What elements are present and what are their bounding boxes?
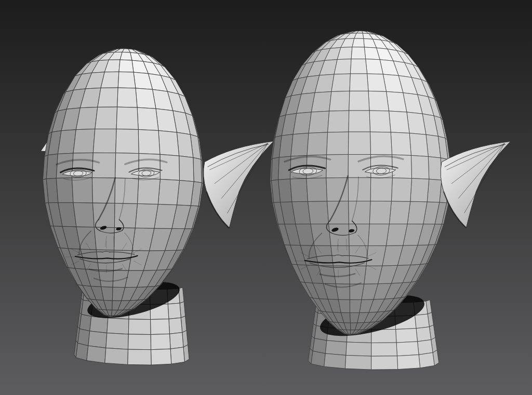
mesh-face <box>116 107 138 129</box>
mesh-face <box>308 201 329 224</box>
mesh-face <box>170 347 184 364</box>
mesh-face <box>115 178 139 204</box>
model-head-left[interactable] <box>41 49 273 365</box>
mesh-face <box>368 224 390 246</box>
mesh-face <box>73 202 94 227</box>
mesh-face <box>416 327 431 342</box>
mesh-face <box>92 153 115 178</box>
mesh-face <box>367 74 387 91</box>
mesh-face <box>107 318 129 334</box>
mesh-face <box>366 59 383 74</box>
mesh-face <box>278 179 292 202</box>
pointed-ear <box>441 141 511 228</box>
mesh-face <box>350 299 362 312</box>
mesh-face <box>329 91 350 111</box>
mesh-face <box>106 333 129 350</box>
skull-mesh <box>43 49 203 317</box>
mesh-face <box>170 333 184 349</box>
mesh-face <box>313 338 327 353</box>
mesh-face <box>90 317 108 333</box>
mesh-face <box>326 178 349 201</box>
mesh-face <box>72 178 92 202</box>
mesh-face <box>193 158 202 183</box>
mesh-face <box>138 130 160 155</box>
mesh-face <box>346 342 371 356</box>
mesh-face <box>371 343 397 356</box>
mesh-face <box>128 334 151 350</box>
mesh-face <box>114 203 137 228</box>
mesh-face <box>116 129 139 154</box>
mesh-face <box>328 111 349 132</box>
mesh-face <box>151 349 171 365</box>
mesh-face <box>351 47 366 59</box>
mesh-face <box>169 318 182 334</box>
mesh-face <box>151 319 170 335</box>
mesh-face <box>290 179 308 202</box>
mesh-face <box>336 284 350 300</box>
mesh-face <box>99 270 114 288</box>
mesh-face <box>168 303 181 319</box>
pointed-ear <box>204 141 274 228</box>
mesh-face <box>158 179 179 205</box>
mesh-face <box>311 351 325 366</box>
mesh-face <box>307 178 327 201</box>
mesh-face <box>87 346 106 363</box>
mesh-face <box>389 201 410 224</box>
mesh-face <box>348 132 370 154</box>
mesh-face <box>427 179 442 202</box>
mesh-face <box>345 356 371 370</box>
mesh-face <box>325 340 347 356</box>
mesh-face <box>105 348 128 364</box>
mesh-face <box>128 319 151 335</box>
mesh-face <box>327 132 349 155</box>
mesh-face <box>177 180 194 206</box>
mesh-face <box>324 353 346 369</box>
skull-mesh <box>270 31 451 335</box>
mesh-face <box>79 315 91 331</box>
mesh-face <box>73 129 95 154</box>
mesh-face <box>369 111 391 132</box>
mesh-face <box>410 179 429 202</box>
mesh-face <box>117 88 138 107</box>
mesh-face <box>136 88 156 108</box>
model-head-right[interactable] <box>270 31 511 370</box>
mesh-face <box>350 74 368 91</box>
viewport-background[interactable] <box>0 0 532 395</box>
mesh-face <box>349 224 369 246</box>
mesh-face <box>95 107 117 129</box>
mesh-face <box>128 349 151 365</box>
mesh-face <box>93 129 116 153</box>
mesh-face <box>94 227 114 250</box>
mesh-face <box>272 157 280 181</box>
mesh-face <box>98 88 118 107</box>
mesh-face <box>307 132 328 156</box>
mesh-face <box>397 355 420 369</box>
mesh-face <box>369 201 391 224</box>
mesh-face <box>396 329 418 343</box>
mesh-face <box>396 342 419 356</box>
viewport-3d-canvas[interactable] <box>0 0 532 395</box>
mesh-face <box>309 111 329 133</box>
mesh-face <box>418 340 433 355</box>
mesh-face <box>333 266 350 284</box>
mesh-face <box>370 132 392 155</box>
mesh-face <box>88 331 107 348</box>
mesh-face <box>371 356 398 370</box>
mesh-face <box>352 38 364 47</box>
mesh-face <box>391 178 411 201</box>
mesh-face <box>415 314 429 329</box>
mesh-face <box>179 156 194 182</box>
mesh-face <box>370 178 392 201</box>
mesh-face <box>135 203 158 228</box>
mesh-face <box>114 227 136 250</box>
mesh-face <box>349 111 370 132</box>
mesh-face <box>368 91 389 111</box>
mesh-face <box>56 178 73 203</box>
mesh-face <box>350 59 367 74</box>
mesh-face <box>291 133 309 157</box>
mesh-face <box>137 107 158 130</box>
mesh-face <box>119 60 134 72</box>
mesh-face <box>158 131 179 156</box>
mesh-face <box>160 154 180 180</box>
mesh-face <box>151 334 170 349</box>
